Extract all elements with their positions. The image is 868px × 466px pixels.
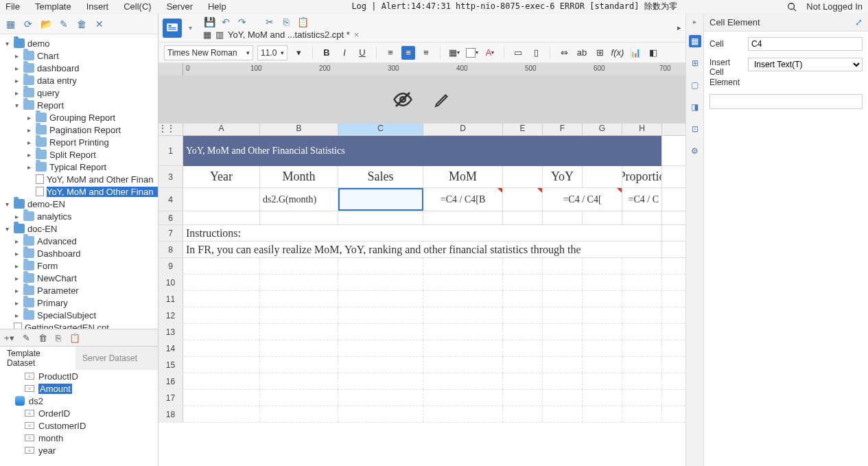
tree-item[interactable]: ▸Dashboard [0, 247, 158, 259]
tree-item[interactable]: ▸query [0, 86, 158, 99]
save-icon[interactable]: 💾 [203, 16, 215, 28]
unmerge-button[interactable]: ▯ [529, 46, 543, 60]
grid-cell[interactable] [543, 406, 583, 422]
column-header[interactable]: A [183, 124, 260, 135]
grid-cell[interactable] [338, 291, 423, 307]
tab-server-dataset[interactable]: Server Dataset [75, 347, 158, 370]
grid-cell[interactable] [338, 258, 423, 274]
grid-cell[interactable] [583, 390, 622, 406]
selected-cell[interactable] [338, 188, 423, 211]
widget-button[interactable]: ◧ [646, 46, 660, 60]
grid-cell[interactable] [583, 307, 622, 323]
grid-cell[interactable] [622, 211, 662, 224]
grid-cell[interactable] [543, 258, 583, 274]
grid-cell[interactable] [183, 406, 260, 422]
tree-item[interactable]: ▸Grouping Report [0, 111, 158, 124]
row-header[interactable]: 11 [159, 291, 183, 307]
grid-cell[interactable] [583, 275, 622, 290]
grid-cell[interactable] [543, 291, 583, 307]
grid-cell[interactable] [183, 211, 260, 224]
tree-item[interactable]: ▸Split Report [0, 148, 158, 161]
merge-button[interactable]: ▭ [511, 46, 525, 60]
grid-cell[interactable] [543, 357, 583, 373]
open-icon[interactable]: 📂 [40, 18, 52, 30]
tree-item[interactable]: ▾demo [0, 37, 158, 49]
grid-cell[interactable] [423, 211, 503, 224]
menu-file[interactable]: File [5, 1, 20, 12]
tree-item[interactable]: ▸NewChart [0, 272, 158, 284]
grid-cell[interactable]: =C4 / C4[ [543, 188, 622, 211]
undo-icon[interactable]: ↶ [220, 16, 232, 28]
element-preview-box[interactable] [709, 94, 863, 109]
tree-item[interactable]: YoY, MoM and Other Finan [0, 185, 158, 198]
grid-cell[interactable] [183, 275, 260, 290]
column-header[interactable]: C [338, 124, 423, 135]
grid-cell[interactable] [583, 406, 622, 422]
menu-cell[interactable]: Cell(C) [124, 1, 151, 12]
function-button[interactable]: f(x) [611, 46, 624, 60]
select-all-corner[interactable]: ⋮⋮ [159, 124, 183, 135]
grid-cell[interactable] [338, 390, 423, 406]
row-header[interactable]: 17 [159, 390, 183, 406]
align-right-button[interactable]: ≡ [419, 46, 433, 60]
grid-cell[interactable] [622, 406, 662, 422]
copy-icon[interactable]: ⎘ [280, 16, 292, 28]
menu-help[interactable]: Help [208, 1, 226, 12]
grid-cell[interactable] [423, 340, 503, 356]
grid-cell[interactable]: =C4 / C [622, 188, 662, 211]
header-cell[interactable]: Proportio [622, 166, 662, 187]
hyperlink-tab-icon[interactable]: ⊡ [689, 123, 701, 135]
header-cell[interactable]: Year [183, 166, 260, 187]
grid-cell[interactable] [503, 340, 543, 356]
row-header[interactable]: 13 [159, 324, 183, 340]
grid-cell[interactable] [338, 406, 423, 422]
tree-item[interactable]: ▸analytics [0, 210, 158, 222]
grid-cell[interactable] [183, 324, 260, 340]
toolbar-overflow-icon[interactable]: ▸ [677, 23, 681, 32]
tree-item[interactable]: ▸Primary [0, 296, 158, 309]
bold-button[interactable]: B [320, 46, 333, 60]
dataset-item[interactable]: ≡OrderID [0, 407, 158, 419]
dataset-tree[interactable]: ≡ProductID≡Amountds2≡OrderID≡CustomerID≡… [0, 370, 158, 466]
grid-cell[interactable] [622, 340, 662, 356]
header-cell[interactable]: MoM [423, 166, 503, 187]
grid-cell[interactable] [260, 291, 338, 307]
cell-ref-input[interactable] [748, 37, 863, 51]
header-cell[interactable]: YoY [543, 166, 583, 187]
grid-cell[interactable] [583, 340, 622, 356]
row-header[interactable]: 4 [159, 188, 183, 211]
grid-cell[interactable] [543, 373, 583, 389]
widget-tab-icon[interactable]: ⚙ [689, 145, 701, 157]
column-header[interactable]: G [583, 124, 622, 135]
grid-cell[interactable] [338, 373, 423, 389]
grid-cell[interactable] [543, 390, 583, 406]
grid-cell[interactable] [503, 390, 543, 406]
tree-item[interactable]: ▸SpecialSubject [0, 309, 158, 321]
cut-icon[interactable]: ✂ [263, 16, 276, 28]
menu-template[interactable]: Template [35, 1, 71, 12]
grid-cell[interactable] [622, 291, 662, 307]
grid-cell[interactable] [622, 324, 662, 340]
row-header[interactable]: 9 [159, 258, 183, 274]
grid-cell[interactable] [260, 324, 338, 340]
grid-cell[interactable] [183, 357, 260, 373]
tree-item[interactable]: GettingStartedEN.cpt [0, 321, 158, 329]
grid-cell[interactable] [338, 211, 423, 224]
grid-cell[interactable] [503, 357, 543, 373]
eye-off-icon[interactable] [392, 89, 413, 110]
new-icon[interactable]: ▦ [4, 18, 16, 30]
grid-cell[interactable] [423, 390, 503, 406]
grid-cell[interactable] [543, 275, 583, 290]
tree-item[interactable]: ▾Report [0, 99, 158, 111]
tree-item[interactable]: ▾doc-EN [0, 222, 158, 235]
format-button[interactable]: ⊞ [593, 46, 607, 60]
grid-cell[interactable] [260, 340, 338, 356]
row-header[interactable]: 8 [159, 242, 183, 257]
grid-cell[interactable] [543, 340, 583, 356]
font-size-combo[interactable]: 11.0▾ [257, 45, 288, 60]
expand-panel-icon[interactable]: ⤢ [855, 17, 863, 27]
tree-item[interactable]: YoY, MoM and Other Finan [0, 173, 158, 185]
grid-cell[interactable] [338, 357, 423, 373]
grid-cell[interactable] [622, 373, 662, 389]
condition-tab-icon[interactable]: ◨ [689, 101, 701, 113]
